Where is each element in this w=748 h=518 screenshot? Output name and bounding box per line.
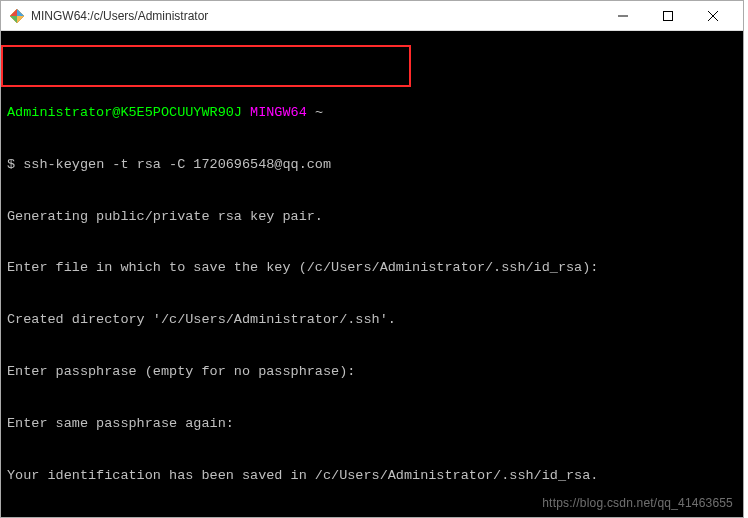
- output-line: Enter file in which to save the key (/c/…: [7, 259, 737, 276]
- minimize-button[interactable]: [600, 2, 645, 30]
- output-line: Created directory '/c/Users/Administrato…: [7, 311, 737, 328]
- svg-marker-3: [10, 9, 17, 16]
- output-line: Enter passphrase (empty for no passphras…: [7, 363, 737, 380]
- command-highlight-box: [1, 45, 411, 87]
- prompt-user-host: Administrator@K5E5POCUUYWR90J: [7, 105, 242, 120]
- prompt-path: ~: [315, 105, 323, 120]
- window-controls: [600, 2, 735, 30]
- output-line: Enter same passphrase again:: [7, 415, 737, 432]
- terminal-output[interactable]: Administrator@K5E5POCUUYWR90J MINGW64 ~ …: [1, 31, 743, 517]
- watermark-text: https://blog.csdn.net/qq_41463655: [542, 496, 733, 511]
- output-line: Generating public/private rsa key pair.: [7, 208, 737, 225]
- titlebar[interactable]: MINGW64:/c/Users/Administrator: [1, 1, 743, 31]
- git-bash-icon: [9, 8, 25, 24]
- prompt-symbol: $: [7, 157, 15, 172]
- close-button[interactable]: [690, 2, 735, 30]
- entered-command: ssh-keygen -t rsa -C 1720696548@qq.com: [23, 157, 331, 172]
- maximize-button[interactable]: [645, 2, 690, 30]
- command-line: $ ssh-keygen -t rsa -C 1720696548@qq.com: [7, 156, 737, 173]
- prompt-line-1: Administrator@K5E5POCUUYWR90J MINGW64 ~: [7, 104, 737, 121]
- application-window: MINGW64:/c/Users/Administrator Administr…: [0, 0, 744, 518]
- svg-rect-5: [663, 11, 672, 20]
- output-line: Your identification has been saved in /c…: [7, 467, 737, 484]
- prompt-env: MINGW64: [250, 105, 307, 120]
- window-title: MINGW64:/c/Users/Administrator: [31, 9, 600, 23]
